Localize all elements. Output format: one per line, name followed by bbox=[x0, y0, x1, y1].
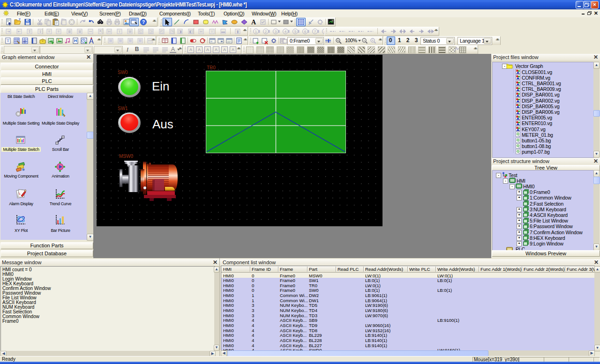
svg-text:H: H bbox=[74, 38, 77, 43]
svg-text:1: 1 bbox=[255, 30, 257, 34]
svg-text:⇕: ⇕ bbox=[28, 30, 31, 34]
svg-text:A: A bbox=[232, 47, 234, 52]
svg-text:⇥: ⇥ bbox=[7, 30, 10, 34]
svg-text:⊞: ⊞ bbox=[128, 30, 132, 34]
svg-text:T: T bbox=[7, 38, 9, 43]
svg-text:5: 5 bbox=[294, 30, 297, 34]
svg-text:A: A bbox=[215, 47, 218, 52]
svg-text:A: A bbox=[189, 47, 192, 52]
svg-text:◱: ◱ bbox=[139, 30, 142, 34]
svg-text:H: H bbox=[200, 30, 202, 34]
svg-text:2: 2 bbox=[265, 30, 267, 34]
svg-text:A: A bbox=[223, 47, 226, 52]
svg-text:≡: ≡ bbox=[48, 30, 51, 34]
svg-text:H: H bbox=[108, 30, 111, 34]
svg-text:◳: ◳ bbox=[170, 30, 174, 34]
svg-text:4: 4 bbox=[285, 30, 287, 34]
svg-text:▮: ▮ bbox=[237, 30, 239, 34]
svg-text:◧: ◧ bbox=[189, 30, 193, 34]
svg-text:◨: ◨ bbox=[178, 30, 182, 34]
svg-text:◲: ◲ bbox=[149, 30, 153, 34]
svg-text:⇓: ⇓ bbox=[39, 30, 42, 34]
svg-text:3: 3 bbox=[275, 30, 277, 34]
svg-text:A: A bbox=[198, 47, 201, 52]
svg-text:I: I bbox=[211, 30, 212, 34]
svg-text:▬: ▬ bbox=[221, 30, 225, 34]
svg-text:≣: ≣ bbox=[78, 30, 82, 34]
svg-text:≡: ≡ bbox=[58, 30, 60, 34]
svg-text:7: 7 bbox=[314, 30, 316, 34]
svg-text:⇤: ⇤ bbox=[18, 30, 21, 34]
svg-text:A: A bbox=[206, 47, 209, 52]
svg-text:ab: ab bbox=[23, 40, 27, 43]
svg-text:A: A bbox=[251, 19, 256, 26]
svg-text:6: 6 bbox=[304, 30, 307, 34]
svg-text:?: ? bbox=[142, 20, 145, 25]
svg-text:◰: ◰ bbox=[160, 30, 164, 34]
svg-text:≣: ≣ bbox=[68, 30, 71, 34]
svg-text:I: I bbox=[119, 30, 120, 34]
svg-text:⇱: ⇱ bbox=[99, 30, 103, 34]
svg-text:⇿: ⇿ bbox=[89, 30, 92, 34]
